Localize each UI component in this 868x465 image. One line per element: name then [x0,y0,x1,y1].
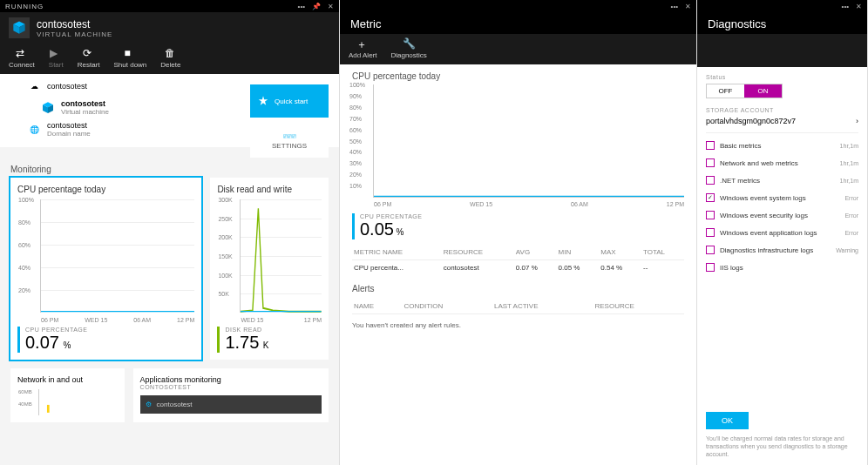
diag-checkbox-row[interactable]: IIS logs [706,259,858,276]
diag-checkbox-row[interactable]: Basic metrics1hr,1m [706,137,858,154]
checkbox-icon[interactable] [706,176,715,185]
metric-blade: ••• ✕ Metric ＋Add Alert 🔧Diagnostics CPU… [340,0,697,465]
table-header-row: METRIC NAMERESOURCEAVGMINMAXTOTAL [352,245,684,260]
status-on[interactable]: ON [744,84,782,98]
vm-thumb-icon [9,17,30,38]
diag-row-label: Windows event security logs [720,212,839,219]
vm-title-row: contosotest VIRTUAL MACHINE [0,12,339,44]
gear-icon: ⚙ [146,401,152,408]
metric-table: METRIC NAMERESOURCEAVGMINMAXTOTAL CPU pe… [352,245,684,275]
diagnostics-button[interactable]: 🔧Diagnostics [390,37,426,59]
ellipsis-icon[interactable]: ••• [298,3,305,10]
diag-row-label: Network and web metrics [720,159,835,167]
disk-metric-foot: DISK READ 1.75 K [217,327,322,353]
checkbox-icon[interactable] [706,211,715,219]
table-row[interactable]: CPU percenta...contosotest0.07 %0.05 %0.… [352,260,684,276]
diagnostics-blade: ••• ✕ Diagnostics Status OFF ON STORAGE … [697,0,868,465]
checkbox-icon[interactable] [706,141,715,150]
diag-row-label: IIS logs [720,264,853,272]
vm-toolbar: ⇄Connect ▶Start ⟳Restart ■Shut down 🗑Del… [0,44,339,74]
diag-header: ••• ✕ [697,0,867,12]
vm-name: contosotest [37,18,112,30]
metric-toolbar: ＋Add Alert 🔧Diagnostics [340,34,696,64]
add-alert-button[interactable]: ＋Add Alert [349,37,376,59]
ellipsis-icon[interactable]: ••• [842,3,849,10]
diag-checkbox-row[interactable]: .NET metrics1hr,1m [706,172,858,189]
diag-row-label: .NET metrics [720,177,835,185]
diag-row-meta: Error [844,195,858,201]
vm-blade: RUNNING ••• 📌 ✕ contosotest VIRTUAL MACH… [0,0,340,465]
big-metric-foot: CPU PERCENTAGE 0.05 % [352,213,684,239]
settings-tile[interactable]: ⎚⎚⎚ SETTINGS [250,125,329,158]
monitoring-title: Monitoring [10,165,329,174]
svg-rect-6 [47,405,50,413]
pin-icon[interactable]: 📌 [312,3,321,10]
appmon-card[interactable]: Applications monitoring CONTOSOTEST ⚙ co… [133,368,329,422]
diag-row-meta: 1hr,1m [840,143,858,149]
diag-row-meta: 1hr,1m [840,160,858,166]
close-icon[interactable]: ✕ [856,3,862,10]
diag-row-meta: Error [844,230,858,236]
start-button[interactable]: ▶Start [49,47,64,69]
diag-checkbox-row[interactable]: Windows event application logsError [706,224,858,241]
diag-row-meta: 1hr,1m [840,178,858,184]
delete-button[interactable]: 🗑Delete [160,47,180,69]
quickstart-tile[interactable]: Quick start [250,84,329,118]
vm-subtitle: VIRTUAL MACHINE [37,30,112,38]
diag-row-label: Windows event system logs [720,194,839,202]
vm-icon [40,100,56,116]
status-off[interactable]: OFF [707,84,744,98]
diag-checkbox-row[interactable]: Network and web metrics1hr,1m [706,154,858,172]
shutdown-button[interactable]: ■Shut down [114,47,147,69]
close-icon[interactable]: ✕ [685,3,691,10]
diag-row-label: Windows event application logs [720,229,839,237]
status-label: Status [706,74,858,80]
diag-row-label: Diagnostics infrastructure logs [720,246,831,254]
metric-header: ••• ✕ [340,0,696,12]
chevron-right-icon: › [856,117,858,125]
disk-chart-title: Disk read and write [217,185,322,194]
checkbox-icon[interactable]: ✓ [706,193,715,202]
ellipsis-icon[interactable]: ••• [671,3,678,10]
restart-button[interactable]: ⟳Restart [78,47,100,69]
diag-checkbox-row[interactable]: Windows event security logsError [706,206,858,224]
checkbox-icon[interactable] [706,158,715,167]
cpu-chart-card[interactable]: CPU percentage today 100% 80% 60% 40% 20… [10,178,201,360]
big-chart-title: CPU percentage today [352,71,684,81]
diag-checkbox-row[interactable]: Diagnostics infrastructure logsWarning [706,241,858,259]
alerts-title: Alerts [352,284,684,293]
cloud-icon: ☁ [26,78,42,94]
blade-header: RUNNING ••• 📌 ✕ [0,0,339,12]
diag-row-label: Basic metrics [720,142,835,150]
checkbox-icon[interactable] [706,246,715,254]
diag-row-meta: Error [844,212,858,219]
connect-button[interactable]: ⇄Connect [9,47,35,69]
storage-label: STORAGE ACCOUNT [706,107,858,113]
running-status: RUNNING [5,3,298,10]
cpu-metric-foot: CPU PERCENTAGE 0.07 % [17,327,194,353]
diag-title: Diagnostics [708,17,857,30]
alerts-empty: You haven't created any alert rules. [352,314,684,336]
diag-row-meta: Warning [836,247,858,253]
charge-note: You'll be charged normal data rates for … [706,435,858,458]
ok-button[interactable]: OK [706,412,749,429]
diag-checkbox-row[interactable]: ✓Windows event system logsError [706,189,858,206]
alerts-table: NAMECONDITIONLAST ACTIVERESOURCE [352,299,684,314]
globe-icon: 🌐 [26,122,42,138]
checkbox-icon[interactable] [706,228,715,237]
metric-title: Metric [350,17,686,30]
close-icon[interactable]: ✕ [328,3,334,10]
disk-chart-card[interactable]: Disk read and write 300K 250K 200K 150K … [210,178,329,360]
checkbox-icon[interactable] [706,263,715,272]
cpu-chart-title: CPU percentage today [17,185,194,194]
status-toggle[interactable]: OFF ON [706,84,783,98]
sliders-icon: ⎚⎚⎚ [283,132,296,140]
cpu-big-chart[interactable]: 100% 90% 80% 70% 60% 50% 40% 30% 20% 10%… [373,84,684,198]
storage-picker[interactable]: portalvhdsgm0gn0c872v7 › [706,113,858,133]
network-card[interactable]: Network in and out 60MB 40MB [10,368,125,422]
